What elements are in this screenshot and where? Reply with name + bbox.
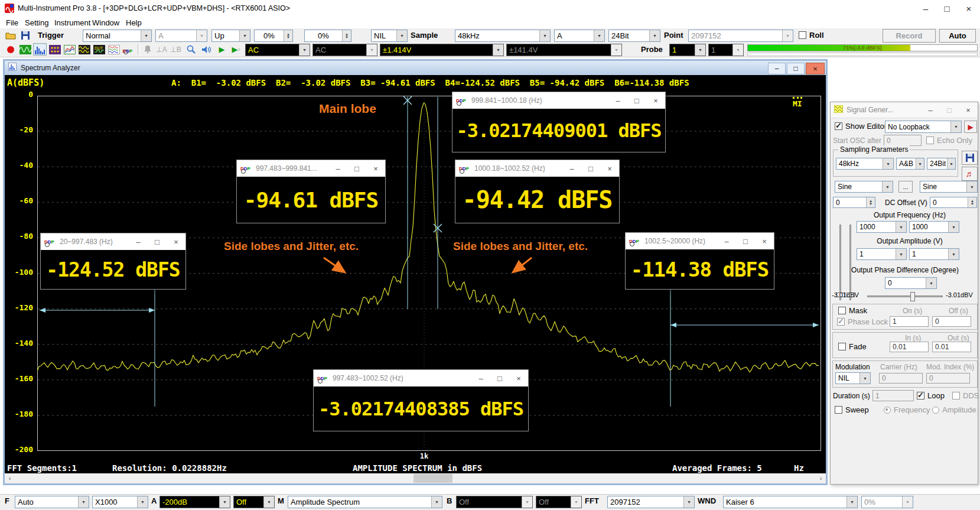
- sample-channel-select[interactable]: A: [554, 30, 605, 42]
- dds-checkbox[interactable]: DDS: [952, 391, 979, 400]
- b-compensation-select[interactable]: Off: [536, 496, 582, 508]
- fade-in-input[interactable]: 0.01: [890, 342, 929, 352]
- menu-setting[interactable]: Setting: [25, 18, 48, 27]
- generator-channel-select[interactable]: A&B: [896, 158, 924, 170]
- close-button[interactable]: [600, 160, 619, 177]
- minimize-button[interactable]: [717, 233, 736, 249]
- frequency-b-select[interactable]: 1000: [909, 221, 959, 233]
- trigger-mode-select[interactable]: Normal: [83, 30, 152, 42]
- maximize-button[interactable]: [940, 102, 959, 118]
- coupling-b-select[interactable]: AC: [312, 44, 377, 56]
- sweep-checkbox[interactable]: Sweep: [835, 405, 869, 414]
- spectrum-restore-button[interactable]: [787, 63, 805, 74]
- fft-size-select[interactable]: 2097152: [607, 496, 695, 508]
- bit-depth-select[interactable]: 24Bit: [608, 30, 660, 42]
- menu-window[interactable]: Window: [92, 18, 119, 27]
- close-button[interactable]: [646, 92, 665, 109]
- spectrum-analyzer-icon[interactable]: [33, 43, 47, 56]
- a-compensation-select[interactable]: Off: [233, 496, 275, 508]
- frequency-axis-select[interactable]: Auto: [15, 496, 89, 508]
- plot-h-scrollbar[interactable]: ‹ ›: [5, 473, 826, 483]
- close-button[interactable]: [959, 102, 978, 118]
- spectrum-mode-select[interactable]: Amplitude Spectrum: [288, 496, 442, 508]
- window-function-select[interactable]: Kaiser 6: [723, 496, 858, 508]
- x-zoom-select[interactable]: X1000: [92, 496, 148, 508]
- mask-checkbox[interactable]: Mask: [838, 306, 867, 315]
- close-button[interactable]: [958, 0, 980, 17]
- generator-bits-select[interactable]: 24Bit: [927, 158, 956, 170]
- minimize-button[interactable]: [562, 160, 581, 177]
- spectrum-close-button[interactable]: [806, 63, 825, 74]
- maximize-button[interactable]: [627, 92, 646, 109]
- trigger-hpf-select[interactable]: NIL: [371, 30, 408, 42]
- close-button[interactable]: [366, 160, 385, 177]
- minimize-button[interactable]: [328, 160, 347, 177]
- probe-b-select[interactable]: 1: [708, 44, 744, 56]
- spectrum-window-titlebar[interactable]: Spectrum Analyzer: [5, 61, 826, 75]
- minimize-button[interactable]: [129, 233, 148, 250]
- open-file-icon[interactable]: [4, 29, 17, 41]
- mask-on-input[interactable]: 1: [890, 316, 929, 327]
- ddp-window-left-side[interactable]: DDP 997.483~999.841... -94.61 dBFS: [236, 160, 386, 223]
- maximize-button[interactable]: [490, 370, 509, 386]
- spinner-arrows-icon[interactable]: ▲▼: [284, 30, 292, 41]
- dc-offset-a-spinner[interactable]: 0▲▼: [833, 197, 875, 208]
- amplitude-fader-a[interactable]: [839, 225, 841, 300]
- ddp-titlebar[interactable]: DDP 1002.5~20000 (Hz): [626, 233, 774, 249]
- spinner-arrows-icon[interactable]: ▲▼: [968, 197, 976, 207]
- ddp-window-low-band[interactable]: DDP 20~997.483 (Hz) -124.52 dBFS: [40, 233, 186, 290]
- frequency-a-select[interactable]: 1000: [857, 221, 907, 233]
- echo-only-checkbox[interactable]: Echo Only: [926, 136, 972, 145]
- generator-save-icon[interactable]: [962, 151, 978, 165]
- spinner-arrows-icon[interactable]: ▲▼: [342, 30, 351, 41]
- trigger-edge-select[interactable]: Up: [211, 30, 250, 42]
- save-icon[interactable]: [18, 29, 32, 41]
- coupling-a-select[interactable]: AC: [245, 44, 310, 56]
- amplitude-slider[interactable]: [867, 295, 943, 297]
- minimize-button[interactable]: [921, 102, 940, 118]
- menu-file[interactable]: File: [6, 18, 18, 27]
- mod-index-input[interactable]: 0: [926, 373, 970, 384]
- run-single-icon[interactable]: ▶○: [229, 43, 243, 56]
- amplitude-a-select[interactable]: 1: [857, 248, 907, 260]
- amplitude-b-select[interactable]: 1: [909, 248, 959, 260]
- overlap-select[interactable]: 0%: [861, 496, 913, 508]
- oscilloscope-icon[interactable]: [18, 43, 32, 56]
- ddp-window-peak[interactable]: DDP 999.841~1000.18 (Hz) -3.02174409001 …: [452, 92, 666, 152]
- alarm-icon[interactable]: [141, 43, 154, 56]
- record-icon[interactable]: [4, 43, 17, 56]
- maximize-button[interactable]: [936, 0, 958, 17]
- calibration-a-icon[interactable]: ⊥A: [155, 43, 168, 56]
- a-range-select[interactable]: -200dB: [159, 496, 230, 508]
- close-button[interactable]: [167, 233, 185, 250]
- generator-music-icon[interactable]: ♬: [962, 167, 978, 181]
- start-osc-input[interactable]: 0: [884, 135, 922, 146]
- data-logger-icon[interactable]: [63, 43, 76, 56]
- record-button[interactable]: Record: [883, 29, 936, 43]
- maximize-button[interactable]: [581, 160, 600, 177]
- ddp-titlebar[interactable]: DDP 20~997.483 (Hz): [41, 233, 185, 250]
- dc-offset-b-spinner[interactable]: 0▲▼: [930, 197, 977, 208]
- loop-checkbox[interactable]: Loop: [917, 391, 945, 400]
- phase-lock-checkbox[interactable]: Phase Lock: [837, 317, 888, 326]
- calibration-b-icon[interactable]: ⊥B: [169, 43, 183, 56]
- ddp-titlebar[interactable]: DDP 999.841~1000.18 (Hz): [452, 92, 665, 109]
- ddp-window-main-band[interactable]: DDP 997.483~1002.52 (Hz) -3.02174408385 …: [313, 369, 529, 431]
- ddp-titlebar[interactable]: DDP 997.483~999.841...: [237, 160, 385, 177]
- close-button[interactable]: [509, 370, 528, 386]
- menu-instrument[interactable]: Instrument: [54, 18, 90, 27]
- waveform-more-button[interactable]: ...: [898, 181, 913, 193]
- b-range-select[interactable]: Off: [456, 496, 533, 508]
- minimize-button[interactable]: [471, 370, 490, 386]
- auto-button[interactable]: Auto: [939, 29, 976, 43]
- scroll-left-icon[interactable]: ‹: [5, 473, 15, 483]
- spectrum-minimize-button[interactable]: [768, 63, 786, 74]
- ddp-viewer-icon[interactable]: DDP: [122, 43, 135, 56]
- duration-input[interactable]: 1: [872, 390, 914, 401]
- sample-rate-select[interactable]: 48kHz: [455, 30, 551, 42]
- ddp-window-right-side[interactable]: DDP 1000.18~1002.52 (Hz) -94.42 dBFS: [455, 160, 620, 223]
- loopback-select[interactable]: No Loopback: [885, 121, 962, 133]
- waveform-a-select[interactable]: Sine: [835, 181, 893, 193]
- amplitude-fader-b[interactable]: [849, 225, 851, 300]
- sweep-amplitude-radio[interactable]: Amplitude: [932, 405, 976, 414]
